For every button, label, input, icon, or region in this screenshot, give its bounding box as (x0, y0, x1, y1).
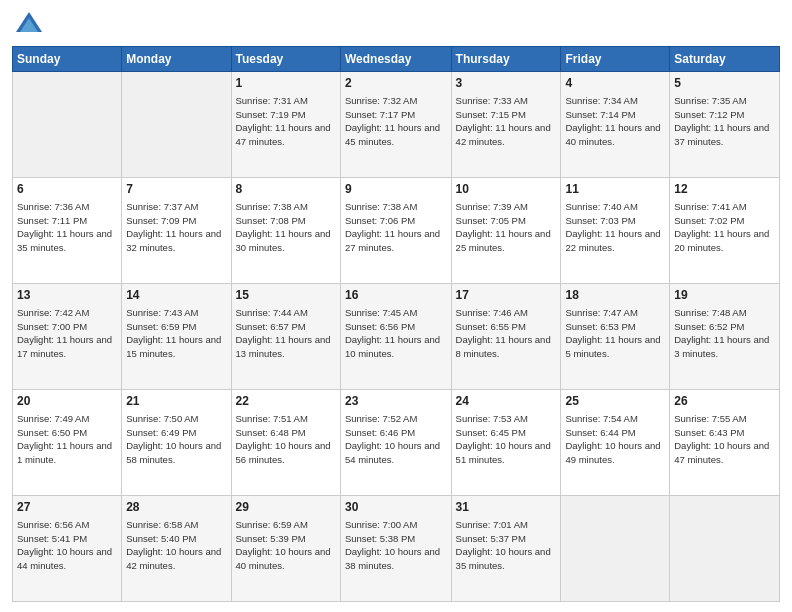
day-info: Sunrise: 7:00 AM Sunset: 5:38 PM Dayligh… (345, 518, 447, 573)
logo (12, 10, 44, 40)
day-info: Sunrise: 6:56 AM Sunset: 5:41 PM Dayligh… (17, 518, 117, 573)
calendar-cell: 25Sunrise: 7:54 AM Sunset: 6:44 PM Dayli… (561, 390, 670, 496)
calendar-cell: 27Sunrise: 6:56 AM Sunset: 5:41 PM Dayli… (13, 496, 122, 602)
day-info: Sunrise: 7:44 AM Sunset: 6:57 PM Dayligh… (236, 306, 336, 361)
day-number: 8 (236, 181, 336, 198)
day-info: Sunrise: 7:33 AM Sunset: 7:15 PM Dayligh… (456, 94, 557, 149)
day-info: Sunrise: 7:38 AM Sunset: 7:06 PM Dayligh… (345, 200, 447, 255)
day-info: Sunrise: 7:55 AM Sunset: 6:43 PM Dayligh… (674, 412, 775, 467)
day-number: 20 (17, 393, 117, 410)
calendar-cell: 6Sunrise: 7:36 AM Sunset: 7:11 PM Daylig… (13, 178, 122, 284)
calendar-header: SundayMondayTuesdayWednesdayThursdayFrid… (13, 47, 780, 72)
calendar-cell: 10Sunrise: 7:39 AM Sunset: 7:05 PM Dayli… (451, 178, 561, 284)
day-number: 18 (565, 287, 665, 304)
day-info: Sunrise: 7:54 AM Sunset: 6:44 PM Dayligh… (565, 412, 665, 467)
calendar-cell: 4Sunrise: 7:34 AM Sunset: 7:14 PM Daylig… (561, 72, 670, 178)
weekday-header-row: SundayMondayTuesdayWednesdayThursdayFrid… (13, 47, 780, 72)
day-info: Sunrise: 7:37 AM Sunset: 7:09 PM Dayligh… (126, 200, 226, 255)
day-number: 7 (126, 181, 226, 198)
day-number: 31 (456, 499, 557, 516)
calendar-cell: 29Sunrise: 6:59 AM Sunset: 5:39 PM Dayli… (231, 496, 340, 602)
day-number: 6 (17, 181, 117, 198)
day-info: Sunrise: 7:46 AM Sunset: 6:55 PM Dayligh… (456, 306, 557, 361)
day-info: Sunrise: 6:58 AM Sunset: 5:40 PM Dayligh… (126, 518, 226, 573)
day-info: Sunrise: 7:53 AM Sunset: 6:45 PM Dayligh… (456, 412, 557, 467)
day-number: 25 (565, 393, 665, 410)
calendar-cell (670, 496, 780, 602)
calendar-cell: 22Sunrise: 7:51 AM Sunset: 6:48 PM Dayli… (231, 390, 340, 496)
day-info: Sunrise: 6:59 AM Sunset: 5:39 PM Dayligh… (236, 518, 336, 573)
day-number: 21 (126, 393, 226, 410)
day-info: Sunrise: 7:38 AM Sunset: 7:08 PM Dayligh… (236, 200, 336, 255)
calendar-cell: 2Sunrise: 7:32 AM Sunset: 7:17 PM Daylig… (340, 72, 451, 178)
day-number: 11 (565, 181, 665, 198)
calendar-cell: 3Sunrise: 7:33 AM Sunset: 7:15 PM Daylig… (451, 72, 561, 178)
day-number: 26 (674, 393, 775, 410)
weekday-header-tuesday: Tuesday (231, 47, 340, 72)
calendar-cell: 5Sunrise: 7:35 AM Sunset: 7:12 PM Daylig… (670, 72, 780, 178)
calendar-cell: 21Sunrise: 7:50 AM Sunset: 6:49 PM Dayli… (122, 390, 231, 496)
calendar-week-3: 13Sunrise: 7:42 AM Sunset: 7:00 PM Dayli… (13, 284, 780, 390)
day-number: 2 (345, 75, 447, 92)
calendar-cell: 12Sunrise: 7:41 AM Sunset: 7:02 PM Dayli… (670, 178, 780, 284)
day-number: 14 (126, 287, 226, 304)
calendar-cell: 17Sunrise: 7:46 AM Sunset: 6:55 PM Dayli… (451, 284, 561, 390)
day-number: 15 (236, 287, 336, 304)
day-number: 9 (345, 181, 447, 198)
calendar-cell: 13Sunrise: 7:42 AM Sunset: 7:00 PM Dayli… (13, 284, 122, 390)
day-number: 1 (236, 75, 336, 92)
calendar-cell: 24Sunrise: 7:53 AM Sunset: 6:45 PM Dayli… (451, 390, 561, 496)
calendar-cell: 9Sunrise: 7:38 AM Sunset: 7:06 PM Daylig… (340, 178, 451, 284)
day-info: Sunrise: 7:34 AM Sunset: 7:14 PM Dayligh… (565, 94, 665, 149)
day-info: Sunrise: 7:43 AM Sunset: 6:59 PM Dayligh… (126, 306, 226, 361)
calendar-cell: 15Sunrise: 7:44 AM Sunset: 6:57 PM Dayli… (231, 284, 340, 390)
day-info: Sunrise: 7:41 AM Sunset: 7:02 PM Dayligh… (674, 200, 775, 255)
day-number: 29 (236, 499, 336, 516)
calendar-week-2: 6Sunrise: 7:36 AM Sunset: 7:11 PM Daylig… (13, 178, 780, 284)
calendar-cell: 31Sunrise: 7:01 AM Sunset: 5:37 PM Dayli… (451, 496, 561, 602)
day-info: Sunrise: 7:51 AM Sunset: 6:48 PM Dayligh… (236, 412, 336, 467)
day-info: Sunrise: 7:52 AM Sunset: 6:46 PM Dayligh… (345, 412, 447, 467)
calendar-week-4: 20Sunrise: 7:49 AM Sunset: 6:50 PM Dayli… (13, 390, 780, 496)
calendar-cell: 11Sunrise: 7:40 AM Sunset: 7:03 PM Dayli… (561, 178, 670, 284)
calendar-cell: 26Sunrise: 7:55 AM Sunset: 6:43 PM Dayli… (670, 390, 780, 496)
day-number: 10 (456, 181, 557, 198)
weekday-header-monday: Monday (122, 47, 231, 72)
calendar-cell: 14Sunrise: 7:43 AM Sunset: 6:59 PM Dayli… (122, 284, 231, 390)
day-info: Sunrise: 7:47 AM Sunset: 6:53 PM Dayligh… (565, 306, 665, 361)
day-number: 23 (345, 393, 447, 410)
calendar-cell: 20Sunrise: 7:49 AM Sunset: 6:50 PM Dayli… (13, 390, 122, 496)
calendar-table: SundayMondayTuesdayWednesdayThursdayFrid… (12, 46, 780, 602)
calendar-cell: 1Sunrise: 7:31 AM Sunset: 7:19 PM Daylig… (231, 72, 340, 178)
weekday-header-sunday: Sunday (13, 47, 122, 72)
calendar-week-5: 27Sunrise: 6:56 AM Sunset: 5:41 PM Dayli… (13, 496, 780, 602)
day-number: 30 (345, 499, 447, 516)
calendar-week-1: 1Sunrise: 7:31 AM Sunset: 7:19 PM Daylig… (13, 72, 780, 178)
day-number: 13 (17, 287, 117, 304)
weekday-header-thursday: Thursday (451, 47, 561, 72)
calendar-cell: 28Sunrise: 6:58 AM Sunset: 5:40 PM Dayli… (122, 496, 231, 602)
day-number: 5 (674, 75, 775, 92)
page-container: SundayMondayTuesdayWednesdayThursdayFrid… (0, 0, 792, 612)
day-info: Sunrise: 7:49 AM Sunset: 6:50 PM Dayligh… (17, 412, 117, 467)
day-number: 19 (674, 287, 775, 304)
day-number: 24 (456, 393, 557, 410)
calendar-cell (122, 72, 231, 178)
day-info: Sunrise: 7:45 AM Sunset: 6:56 PM Dayligh… (345, 306, 447, 361)
day-info: Sunrise: 7:35 AM Sunset: 7:12 PM Dayligh… (674, 94, 775, 149)
day-info: Sunrise: 7:36 AM Sunset: 7:11 PM Dayligh… (17, 200, 117, 255)
day-number: 17 (456, 287, 557, 304)
day-number: 4 (565, 75, 665, 92)
day-info: Sunrise: 7:32 AM Sunset: 7:17 PM Dayligh… (345, 94, 447, 149)
day-info: Sunrise: 7:50 AM Sunset: 6:49 PM Dayligh… (126, 412, 226, 467)
calendar-cell (13, 72, 122, 178)
day-number: 22 (236, 393, 336, 410)
weekday-header-wednesday: Wednesday (340, 47, 451, 72)
day-info: Sunrise: 7:48 AM Sunset: 6:52 PM Dayligh… (674, 306, 775, 361)
calendar-body: 1Sunrise: 7:31 AM Sunset: 7:19 PM Daylig… (13, 72, 780, 602)
day-info: Sunrise: 7:39 AM Sunset: 7:05 PM Dayligh… (456, 200, 557, 255)
day-info: Sunrise: 7:40 AM Sunset: 7:03 PM Dayligh… (565, 200, 665, 255)
calendar-cell: 7Sunrise: 7:37 AM Sunset: 7:09 PM Daylig… (122, 178, 231, 284)
calendar-cell: 30Sunrise: 7:00 AM Sunset: 5:38 PM Dayli… (340, 496, 451, 602)
day-info: Sunrise: 7:31 AM Sunset: 7:19 PM Dayligh… (236, 94, 336, 149)
